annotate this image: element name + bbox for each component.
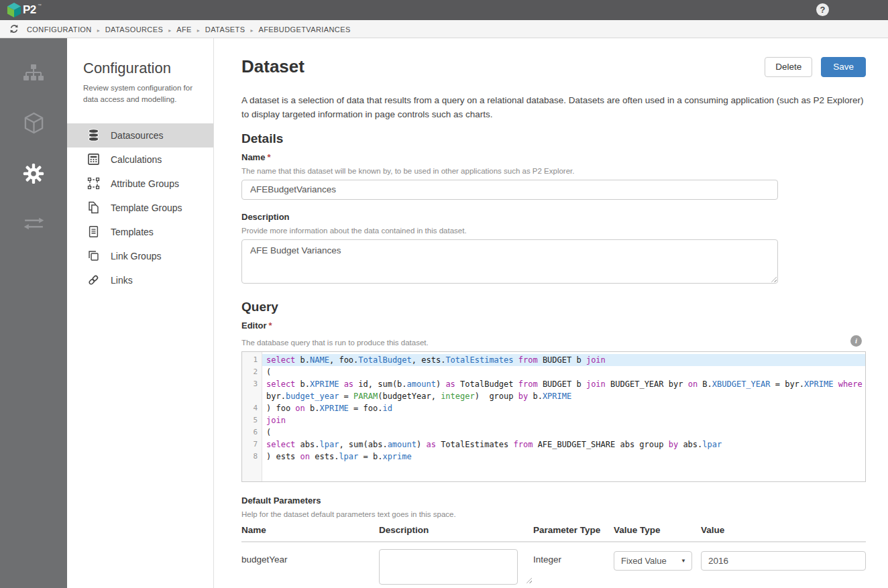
column-header-value: Value	[701, 525, 866, 535]
sidebar-item-label: Link Groups	[111, 251, 161, 261]
default-parameters-heading: Default Parameters	[241, 495, 866, 506]
config-sidebar: Configuration Review system configuratio…	[67, 38, 214, 588]
page-title: Dataset	[241, 56, 304, 77]
save-button[interactable]: Save	[821, 57, 866, 77]
column-header-name: Name	[241, 525, 379, 535]
line-number: 5	[242, 414, 262, 426]
line-number: 4	[242, 402, 262, 414]
query-code-editor[interactable]: 1select b.NAME, foo.TotalBudget, ests.To…	[241, 351, 866, 482]
main-content: Dataset Delete Save A dataset is a selec…	[214, 38, 888, 588]
breadcrumb-separator-icon: ▸	[250, 27, 253, 34]
breadcrumb-item[interactable]: CONFIGURATION	[27, 25, 92, 34]
rail-item-hierarchy[interactable]	[0, 48, 67, 98]
parameter-value-input[interactable]	[701, 551, 866, 571]
app-shell: Configuration Review system configuratio…	[0, 38, 888, 588]
sidebar-item-attribute-groups[interactable]: Attribute Groups	[67, 172, 213, 196]
sidebar-item-label: Template Groups	[111, 202, 182, 213]
code-line[interactable]: 5join	[242, 414, 865, 426]
line-number: 6	[242, 426, 262, 438]
rail-item-models[interactable]	[0, 98, 67, 148]
hierarchy-icon	[22, 64, 45, 82]
editor-help: The database query that is run to produc…	[241, 339, 429, 347]
sidebar-item-calculations[interactable]: Calculations	[67, 148, 213, 172]
code-line[interactable]: 3select b.XPRIME as id, sum(b.amount) as…	[242, 378, 865, 402]
template-group-icon	[86, 201, 101, 214]
description-textarea[interactable]: AFE Budget Variances	[241, 239, 778, 284]
description-label: Description	[241, 212, 866, 222]
sidebar-item-label: Calculations	[111, 154, 162, 165]
code-line[interactable]: 7select abs.lpar, sum(abs.amount) as Tot…	[242, 438, 865, 451]
details-heading: Details	[241, 131, 866, 146]
sidebar-subtitle: Review system configuration for data acc…	[83, 82, 197, 106]
parameter-description-textarea[interactable]	[379, 549, 518, 585]
icon-rail	[0, 38, 67, 588]
sidebar-item-label: Datasources	[111, 130, 164, 141]
default-parameters-help: Help for the dataset default parameters …	[241, 510, 866, 518]
value-type-selected: Fixed Value	[621, 556, 667, 566]
line-number: 2	[242, 366, 262, 378]
code-line[interactable]: 6(	[242, 426, 865, 438]
resize-handle-icon[interactable]	[526, 577, 532, 583]
delete-button[interactable]: Delete	[765, 57, 812, 77]
required-marker: *	[267, 152, 270, 162]
rail-item-transfer[interactable]	[0, 198, 67, 249]
line-number: 3	[242, 378, 262, 402]
sidebar-item-datasources[interactable]: Datasources	[67, 123, 213, 148]
code-line[interactable]: 1select b.NAME, foo.TotalBudget, ests.To…	[242, 354, 865, 366]
breadcrumb-item[interactable]: DATASETS	[205, 25, 245, 34]
p2-logo: P2 ™	[7, 2, 42, 18]
breadcrumb-separator-icon: ▸	[197, 27, 200, 34]
name-input[interactable]	[241, 180, 778, 200]
sidebar-item-template-groups[interactable]: Template Groups	[67, 196, 213, 220]
line-number: 7	[242, 438, 262, 451]
breadcrumb-separator-icon: ▸	[168, 27, 171, 34]
links-icon	[86, 274, 101, 286]
refresh-icon[interactable]	[9, 24, 19, 34]
breadcrumb-item[interactable]: AFEBUDGETVARIANCES	[258, 25, 350, 34]
parameter-row: budgetYear Integer Fixed Value ▼	[241, 542, 866, 585]
top-bar: P2 ™ ?	[0, 0, 888, 20]
calculator-icon	[86, 153, 101, 166]
column-header-description: Description	[379, 525, 533, 535]
sidebar-item-links[interactable]: Links	[67, 268, 213, 292]
swap-arrows-icon	[23, 217, 45, 231]
gear-icon	[22, 162, 45, 185]
logo-text: P2	[23, 2, 36, 18]
chevron-down-icon: ▼	[681, 558, 686, 564]
breadcrumb-item[interactable]: AFE	[176, 25, 192, 34]
value-type-select[interactable]: Fixed Value ▼	[614, 551, 692, 571]
sidebar-item-templates[interactable]: Templates	[67, 220, 213, 244]
rail-item-configuration[interactable]	[0, 148, 67, 198]
breadcrumb-separator-icon: ▸	[97, 27, 100, 34]
column-header-value-type: Value Type	[614, 525, 701, 535]
help-icon[interactable]: ?	[816, 3, 829, 16]
breadcrumb-items: CONFIGURATION▸DATASOURCES▸AFE▸DATASETS▸A…	[27, 23, 351, 35]
name-label: Name*	[241, 152, 866, 162]
line-number: 1	[242, 354, 262, 366]
required-marker: *	[269, 320, 272, 331]
sidebar-item-label: Attribute Groups	[111, 178, 179, 189]
sidebar-item-link-groups[interactable]: Link Groups	[67, 244, 213, 268]
sidebar-item-label: Links	[111, 275, 133, 286]
column-header-parameter-type: Parameter Type	[533, 525, 614, 535]
parameter-type: Integer	[533, 549, 614, 565]
link-group-icon	[86, 249, 101, 262]
sidebar-item-label: Templates	[111, 227, 154, 237]
p2-logo-icon	[7, 2, 21, 18]
trademark-symbol: ™	[38, 3, 42, 7]
info-icon[interactable]: i	[850, 335, 862, 347]
parameters-header-row: Name Description Parameter Type Value Ty…	[241, 525, 866, 542]
description-help: Provide more information about the data …	[241, 227, 866, 235]
database-icon	[86, 129, 101, 141]
template-icon	[86, 225, 101, 238]
parameter-name: budgetYear	[241, 549, 379, 565]
sidebar-menu: Datasources Calculations	[67, 123, 213, 292]
page-description: A dataset is a selection of data that re…	[241, 94, 866, 122]
line-number: 8	[242, 451, 262, 463]
name-help: The name that this dataset will be known…	[241, 167, 866, 175]
code-line[interactable]: 2(	[242, 366, 865, 378]
code-line[interactable]: 4) foo on b.XPRIME = foo.id	[242, 402, 865, 414]
code-line[interactable]: 8) ests on ests.lpar = b.xprime	[242, 451, 865, 463]
breadcrumb-item[interactable]: DATASOURCES	[105, 25, 164, 34]
query-heading: Query	[241, 300, 866, 314]
